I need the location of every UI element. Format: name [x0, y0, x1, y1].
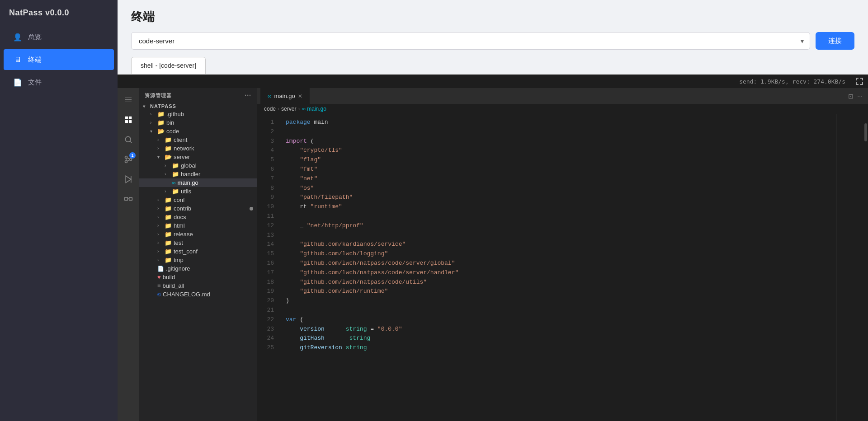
- terminal-stats: send: 1.9KB/s, recv: 274.0KB/s: [739, 78, 845, 85]
- editor-area: ∞ main.go ✕ ⊡ ··· code ›: [257, 88, 868, 421]
- file-explorer: 资源管理器 ··· ▾ NATPASS: [139, 88, 257, 421]
- tabs-bar: shell - [code-server]: [118, 57, 868, 75]
- svg-marker-9: [126, 176, 131, 183]
- search-activity-icon[interactable]: [120, 131, 137, 148]
- connection-bar: code-server ▾ 连接: [131, 32, 854, 50]
- tree-handler[interactable]: ›📁handler: [139, 170, 257, 178]
- code-editor[interactable]: 12345 678910 1112131415 1617181920 21222…: [257, 114, 868, 421]
- svg-rect-1: [129, 117, 132, 119]
- tree-test[interactable]: ›📁test: [139, 239, 257, 247]
- connection-select-wrapper: code-server ▾: [131, 32, 810, 50]
- main-header: 终端 code-server ▾ 连接: [118, 0, 868, 57]
- sidebar-item-terminal[interactable]: 🖥 终端: [4, 49, 114, 70]
- scrollbar-thumb[interactable]: [864, 123, 867, 141]
- line-numbers: 12345 678910 1112131415 1617181920 21222…: [257, 114, 278, 421]
- breadcrumb-server: server: [281, 106, 296, 112]
- tab-close-button[interactable]: ✕: [298, 93, 302, 99]
- tree-main-go[interactable]: ∞main.go: [139, 178, 257, 187]
- explorer-header: 资源管理器 ···: [139, 88, 257, 103]
- page-title: 终端: [131, 9, 854, 25]
- source-control-activity-icon[interactable]: 1: [120, 151, 137, 168]
- tree-global[interactable]: ›📁global: [139, 161, 257, 170]
- terminal-icon: 🖥: [13, 55, 23, 65]
- sidebar-item-files[interactable]: 📄 文件: [4, 72, 114, 93]
- sidebar: NatPass v0.0.0 👤 总览 🖥 终端 📄 文件: [0, 0, 118, 421]
- connection-select[interactable]: code-server: [131, 32, 810, 50]
- tree-test-conf[interactable]: ›📁test_conf: [139, 247, 257, 256]
- vscode-container: 1 资源管理器 ···: [118, 88, 868, 421]
- files-icon: 📄: [13, 77, 23, 87]
- minimap: [836, 114, 863, 421]
- split-editor-icon[interactable]: ⊡: [848, 93, 854, 100]
- tree-network[interactable]: ›📁network: [139, 144, 257, 153]
- breadcrumb: code › server › ∞ main.go: [257, 104, 868, 114]
- explorer-activity-icon[interactable]: [120, 112, 137, 128]
- main-content: 终端 code-server ▾ 连接 shell - [code-server…: [118, 0, 868, 421]
- go-file-icon: ∞: [268, 93, 272, 99]
- breadcrumb-code: code: [264, 106, 276, 112]
- tree-project-root[interactable]: ▾ NATPASS: [139, 103, 257, 110]
- tree-gitignore[interactable]: 📄.gitignore: [139, 264, 257, 273]
- editor-tabs-bar: ∞ main.go ✕ ⊡ ···: [257, 88, 868, 104]
- tree-docs[interactable]: ›📁docs: [139, 213, 257, 221]
- svg-rect-3: [129, 120, 132, 123]
- tree-build[interactable]: ♥build: [139, 273, 257, 281]
- connect-button[interactable]: 连接: [816, 32, 854, 50]
- tree-changelog[interactable]: ©CHANGELOG.md: [139, 290, 257, 299]
- svg-point-6: [125, 156, 127, 159]
- tree-github[interactable]: ›📁.github: [139, 110, 257, 118]
- hamburger-menu-icon[interactable]: [120, 92, 137, 108]
- terminal-area[interactable]: send: 1.9KB/s, recv: 274.0KB/s: [118, 75, 868, 421]
- tree-code[interactable]: ▾📂code: [139, 127, 257, 136]
- tree-contrib[interactable]: ›📁contrib: [139, 204, 257, 213]
- editor-tab-actions: ⊡ ···: [848, 93, 864, 100]
- explorer-title: 资源管理器: [145, 92, 172, 99]
- svg-rect-12: [129, 197, 132, 201]
- breadcrumb-main-go: ∞ main.go: [302, 106, 326, 112]
- svg-point-7: [125, 161, 127, 163]
- tab-shell-code-server[interactable]: shell - [code-server]: [131, 57, 206, 74]
- tree-client[interactable]: ›📁client: [139, 136, 257, 144]
- svg-rect-11: [125, 197, 128, 201]
- fullscreen-button[interactable]: [854, 76, 864, 89]
- tree-utils[interactable]: ›📁utils: [139, 187, 257, 196]
- project-name: NATPASS: [150, 103, 176, 109]
- extensions-activity-icon[interactable]: [120, 191, 137, 207]
- code-content[interactable]: package main import ( "crypto/tls" "flag…: [278, 114, 836, 421]
- editor-tab-label: main.go: [274, 93, 295, 99]
- editor-scrollbar[interactable]: [863, 114, 868, 421]
- sidebar-item-terminal-label: 终端: [28, 56, 42, 64]
- svg-rect-2: [125, 120, 128, 123]
- editor-tabs: ∞ main.go ✕: [260, 88, 310, 104]
- tree-release[interactable]: ›📁release: [139, 230, 257, 239]
- sidebar-item-overview-label: 总览: [28, 33, 42, 42]
- tree-bin[interactable]: ›📁bin: [139, 118, 257, 127]
- editor-tab-main-go[interactable]: ∞ main.go ✕: [260, 88, 310, 104]
- explorer-more-icon[interactable]: ···: [245, 92, 251, 99]
- svg-rect-0: [125, 117, 128, 119]
- tree-build-all[interactable]: ≡build_all: [139, 281, 257, 290]
- tree-tmp[interactable]: ›📁tmp: [139, 256, 257, 264]
- overview-icon: 👤: [13, 32, 23, 42]
- run-activity-icon[interactable]: [120, 171, 137, 187]
- tree-server[interactable]: ▾📂server: [139, 153, 257, 161]
- svg-line-5: [130, 141, 132, 143]
- sidebar-item-overview[interactable]: 👤 总览: [4, 27, 114, 47]
- editor-more-icon[interactable]: ···: [857, 93, 863, 100]
- tree-html[interactable]: ›📁html: [139, 221, 257, 230]
- sidebar-item-files-label: 文件: [28, 78, 42, 87]
- activity-bar: 1: [118, 88, 139, 421]
- svg-point-4: [125, 136, 131, 142]
- app-logo: NatPass v0.0.0: [0, 0, 118, 26]
- explorer-header-icons: ···: [245, 92, 251, 99]
- file-tree[interactable]: ▾ NATPASS ›📁.github ›📁bin: [139, 103, 257, 421]
- tree-conf[interactable]: ›📁conf: [139, 196, 257, 204]
- svg-point-8: [130, 159, 132, 161]
